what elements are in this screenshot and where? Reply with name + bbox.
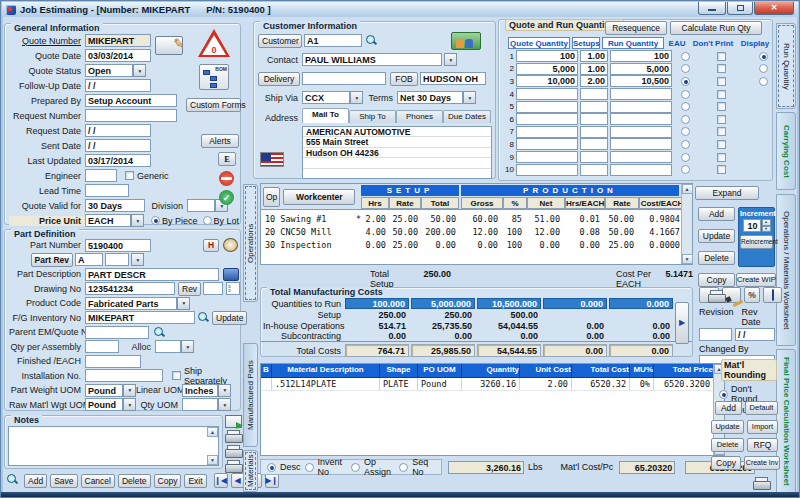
- eau-radio[interactable]: [681, 127, 690, 136]
- eau-radio[interactable]: [681, 115, 690, 124]
- ship-via-field[interactable]: CCX: [302, 91, 350, 104]
- catalog-button[interactable]: [763, 287, 782, 303]
- add-operation-button[interactable]: Add: [698, 207, 735, 221]
- delivery-button[interactable]: Delivery: [258, 72, 300, 86]
- notes-scroll-up[interactable]: ▲: [207, 427, 218, 437]
- run-qty-input[interactable]: [610, 126, 672, 138]
- qty-run-cell[interactable]: 0.000: [543, 298, 607, 309]
- division-field[interactable]: [187, 199, 215, 212]
- display-radio[interactable]: [759, 64, 768, 73]
- setups-input[interactable]: [580, 126, 608, 138]
- linear-uom-dropdown[interactable]: [218, 384, 231, 397]
- qty-uom-field[interactable]: [182, 398, 218, 411]
- copy-material-button[interactable]: Copy: [711, 456, 741, 470]
- description-book-icon[interactable]: [223, 268, 239, 281]
- setups-input[interactable]: 1.00: [580, 63, 608, 75]
- part-description-field[interactable]: PART DESCR: [85, 268, 219, 281]
- dont-print-checkbox[interactable]: [717, 64, 726, 73]
- quote-qty-input[interactable]: [516, 138, 578, 150]
- approved-check-icon[interactable]: ✓: [219, 190, 234, 205]
- fg-inventory-field[interactable]: MIKEPART: [85, 311, 195, 324]
- ops-scroll-up[interactable]: ▲: [682, 184, 693, 194]
- invent-no-radio[interactable]: [305, 463, 314, 472]
- qty-run-cell[interactable]: 100.000: [345, 298, 409, 309]
- op-button[interactable]: Op: [263, 187, 280, 207]
- rev-date-field[interactable]: / /: [735, 328, 775, 341]
- material-row[interactable]: .512L14PLATE PLATE Pound 3260.16 2.00 65…: [261, 378, 724, 391]
- parent-quote-search-icon[interactable]: [153, 326, 166, 339]
- quote-qty-input[interactable]: 5,000: [516, 63, 578, 75]
- part-rev-field2[interactable]: [105, 253, 129, 266]
- linear-uom-field[interactable]: Inches: [182, 384, 218, 397]
- rfq-button[interactable]: RFQ: [747, 438, 778, 452]
- delivery-field[interactable]: [302, 72, 386, 85]
- dont-print-checkbox[interactable]: [717, 127, 726, 136]
- print-worksheet-icon[interactable]: [225, 445, 242, 458]
- fob-field[interactable]: HUDSON OH: [420, 72, 486, 85]
- customer-button[interactable]: Customer: [258, 34, 302, 48]
- part-weight-uom-field[interactable]: Pound: [85, 384, 123, 397]
- run-qty-input[interactable]: 10,500: [610, 75, 672, 87]
- price-unit-dropdown[interactable]: [131, 214, 144, 227]
- quote-status-dropdown[interactable]: [133, 64, 146, 77]
- price-unit-field[interactable]: EACH: [85, 214, 131, 227]
- alloc-dropdown[interactable]: [181, 340, 194, 353]
- fob-button[interactable]: FOB: [390, 72, 418, 86]
- note-edit-icon[interactable]: [155, 36, 183, 55]
- reincrement-button[interactable]: Reincrement: [740, 235, 773, 249]
- add-material-button[interactable]: Add: [715, 401, 742, 415]
- email-button[interactable]: E: [218, 152, 236, 166]
- tab-mail-to[interactable]: Mail To: [302, 108, 349, 123]
- maximize-button[interactable]: [727, 2, 753, 15]
- run-qty-input[interactable]: [610, 151, 672, 163]
- delete-material-button[interactable]: Delete: [711, 438, 744, 452]
- workcenter-button[interactable]: Workcenter: [283, 189, 355, 205]
- quote-qty-input[interactable]: 100: [516, 50, 578, 62]
- operation-row[interactable]: 10 Sawing #1*2.0025.0050.0060.008551.000…: [261, 213, 692, 226]
- dont-print-checkbox[interactable]: [717, 102, 726, 111]
- eau-radio[interactable]: [681, 64, 690, 73]
- dont-print-checkbox[interactable]: [717, 90, 726, 99]
- run-qty-input[interactable]: [610, 88, 672, 100]
- tab-carrying-cost[interactable]: Carrying Cost: [776, 112, 796, 190]
- eau-radio[interactable]: [681, 140, 690, 149]
- quote-date-field[interactable]: 03/03/2014: [85, 49, 151, 62]
- first-record-button[interactable]: ❙◀: [214, 473, 228, 488]
- engineer-field[interactable]: [85, 169, 117, 182]
- quote-qty-input[interactable]: [516, 113, 578, 125]
- alerts-button[interactable]: Alerts: [201, 134, 239, 148]
- exit-button[interactable]: Exit: [184, 474, 206, 488]
- create-wip-button[interactable]: Create WIP: [736, 273, 776, 287]
- qty-run-cell[interactable]: 5,000.000: [411, 298, 475, 309]
- eau-radio[interactable]: [681, 165, 690, 174]
- fg-inventory-search-icon[interactable]: [197, 311, 210, 324]
- history-button[interactable]: H: [203, 239, 219, 252]
- default-material-button[interactable]: Default: [745, 401, 778, 415]
- product-code-dropdown[interactable]: [177, 297, 190, 310]
- prepared-by-field[interactable]: Setup Account: [85, 94, 177, 107]
- tab-manufactured-parts[interactable]: Manufactured Parts: [243, 343, 258, 447]
- tab-final-price-worksheet[interactable]: Final Price Calculation Worksheet: [776, 349, 796, 494]
- customer-field[interactable]: A1: [304, 34, 362, 47]
- ship-via-dropdown[interactable]: [350, 91, 363, 104]
- ship-separately-checkbox[interactable]: [172, 371, 181, 380]
- eau-radio[interactable]: [681, 52, 690, 61]
- eau-radio[interactable]: [681, 77, 690, 86]
- increment-spinner[interactable]: ▲▼: [762, 219, 771, 232]
- display-radio[interactable]: [759, 77, 768, 86]
- part-number-field[interactable]: 5190400: [85, 239, 151, 252]
- tab-ship-to[interactable]: Ship To: [349, 110, 396, 123]
- notes-scroll-down[interactable]: ▼: [207, 455, 218, 465]
- contact-field[interactable]: PAUL WILLIAMS: [302, 53, 442, 66]
- last-updated-field[interactable]: 03/17/2014: [85, 154, 151, 167]
- tab-run-quantity[interactable]: Run Quantity: [776, 23, 796, 109]
- print-materials-icon[interactable]: [753, 477, 770, 490]
- print-summary-icon[interactable]: [225, 460, 242, 473]
- product-code-field[interactable]: Fabricated Parts: [85, 297, 177, 310]
- no-entry-icon[interactable]: [219, 171, 234, 186]
- eau-radio[interactable]: [681, 90, 690, 99]
- report-icon[interactable]: [225, 415, 242, 428]
- contact-person-icon[interactable]: [223, 238, 238, 252]
- tab-phones[interactable]: Phones: [396, 110, 443, 123]
- create-inv-button[interactable]: Create Inv: [744, 456, 780, 470]
